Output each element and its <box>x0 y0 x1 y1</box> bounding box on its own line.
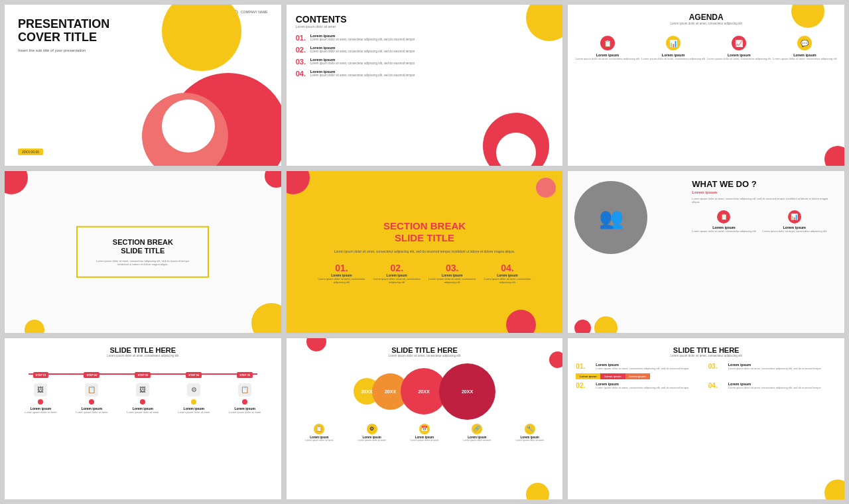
step-badge-1: STEP 01 <box>33 372 49 378</box>
item-num-4: 04. <box>296 70 310 78</box>
slide8-icon-desc-4: Lorem ipsum dolor sit amet <box>463 439 491 442</box>
slide9-content: 01. Lorem ipsum Lorem ipsum dolor sit am… <box>568 360 844 395</box>
item-num-1: 01. <box>296 34 310 42</box>
slide6-content: WHAT WE DO ? Lorem ipsum Lorem ipsum dol… <box>684 171 844 332</box>
item-desc-4: Lorem ipsum dolor sit amet, consectetur … <box>310 74 415 77</box>
step-desc-1: Lorem ipsum dolor sit amet <box>15 410 66 414</box>
contents-item-3: 03. Lorem ipsum Lorem ipsum dolor sit am… <box>296 58 554 66</box>
contents-item-2: 02. Lorem ipsum Lorem ipsum dolor sit am… <box>296 46 554 54</box>
slide7-header: SLIDE TITLE HERE Lorem ipsum dolor sit a… <box>5 338 281 360</box>
slide8-icon-3: 📅 Lorem ipsum Lorem ipsum dolor sit amet <box>411 424 438 442</box>
slide9-row-1: 01. Lorem ipsum Lorem ipsum dolor sit am… <box>576 363 836 370</box>
contents-title: CONTENTS <box>296 14 554 25</box>
agenda-icon-1: 📋 <box>600 36 615 50</box>
step-badge-5: STEP 05 <box>237 372 253 378</box>
timeline-row: STEP 01 🖼 Lorem ipsum Lorem ipsum dolor … <box>15 367 271 414</box>
section5-item-4: 04. Lorem ipsum Lorem ipsum dolor sit am… <box>480 263 535 284</box>
slide9-num-4: 04. <box>708 382 724 389</box>
slide9-rowdesc-1: Lorem ipsum dolor sit amet, consectetur … <box>596 367 704 370</box>
step-3: STEP 03 🖼 Lorem ipsum Lorem ipsum dolor … <box>117 367 168 414</box>
photo-placeholder: 👥 <box>574 181 647 254</box>
deco8-yellow-br <box>526 483 549 500</box>
slide-cover: COMPANY NAME PRESENTATION COVER TITLE In… <box>4 4 282 166</box>
slide-section-yellow: SECTION BREAK SLIDE TITLE Lorem ipsum do… <box>286 170 564 333</box>
slide9-rowdesc-4: Lorem ipsum dolor sit amet, consectetur … <box>728 386 836 389</box>
slide-what-we-do: 👥 WHAT WE DO ? Lorem ipsum Lorem ipsum d… <box>567 170 845 333</box>
slide9-num-2: 02. <box>576 382 592 389</box>
deco-yellow-bl <box>25 320 44 334</box>
section-break-title: SECTION BREAK SLIDE TITLE <box>94 238 192 255</box>
agenda-item-2: 📊 Lorem ipsum Lorem ipsum dolor sit amet… <box>641 36 706 60</box>
slide8-icon-circle-3: 📅 <box>419 424 430 434</box>
agenda-icon-2: 📊 <box>666 36 681 50</box>
agenda-item-desc-2: Lorem ipsum dolor sit amet, consectetur … <box>641 57 706 60</box>
item-num-2: 02. <box>296 46 310 54</box>
timeline-area: STEP 01 🖼 Lorem ipsum Lorem ipsum dolor … <box>5 367 281 414</box>
item-desc-1: Lorem ipsum dolor sit amet, consectetur … <box>310 38 415 41</box>
circles-area: 20XX 20XX 20XX 20XX <box>287 363 563 420</box>
item-desc-3: Lorem ipsum dolor sit amet, consectetur … <box>310 62 415 65</box>
what-icon-desc-1: Lorem ipsum dolor sit amet, consectetur … <box>692 229 755 233</box>
step-5: STEP 05 📋 Lorem ipsum Lorem ipsum dolor … <box>220 367 271 414</box>
step-desc-5: Lorem ipsum dolor sit amet <box>220 410 271 414</box>
slide9-arrow-2: Lorem ipsum <box>600 373 625 379</box>
slide8-title: SLIDE TITLE HERE <box>287 346 563 354</box>
step-dot-4 <box>191 399 196 405</box>
agenda-item-desc-3: Lorem ipsum dolor sit amet, consectetur … <box>706 57 772 60</box>
slide7-subtitle: Lorem ipsum dolor sit amet, consectetur … <box>5 354 281 357</box>
step-dot-3 <box>140 399 145 405</box>
slide-circles: SLIDE TITLE HERE Lorem ipsum dolor sit a… <box>286 338 564 500</box>
slide8-icon-circle-2: ⚙ <box>367 424 377 434</box>
slide8-icon-circle-4: 🔗 <box>472 424 482 434</box>
step-badge-2: STEP 02 <box>84 372 99 378</box>
section-break-box: SECTION BREAK SLIDE TITLE Lorem ipsum do… <box>76 226 209 278</box>
slide8-icon-1: 📋 Lorem ipsum Lorem ipsum dolor sit amet <box>305 424 333 442</box>
slide8-header: SLIDE TITLE HERE Lorem ipsum dolor sit a… <box>287 338 563 360</box>
slide9-rowcontent-2: Lorem ipsum Lorem ipsum dolor sit amet, … <box>596 382 704 389</box>
deco5-red-br <box>506 310 536 334</box>
item-num-3: 03. <box>296 58 310 66</box>
deco-agenda-red <box>824 146 845 166</box>
item-text-2: Lorem ipsum Lorem ipsum dolor sit amet, … <box>310 46 415 53</box>
section5-desc-3: Lorem ipsum dolor sit amet, consectetur … <box>424 277 480 284</box>
slide8-icon-desc-2: Lorem ipsum dolor sit amet <box>358 439 386 442</box>
section5-item-3: 03. Lorem ipsum Lorem ipsum dolor sit am… <box>424 263 480 284</box>
step-icon-2: 📋 <box>85 383 98 397</box>
slide9-arrow-3: Lorem ipsum <box>625 373 650 379</box>
section5-num-4: 04. <box>480 263 535 273</box>
step-dot-1 <box>38 399 43 405</box>
slide8-icon-circle-1: 📋 <box>314 424 324 434</box>
section5-num-2: 02. <box>369 263 424 273</box>
step-1: STEP 01 🖼 Lorem ipsum Lorem ipsum dolor … <box>15 367 66 414</box>
slide9-rowcontent-4: Lorem ipsum Lorem ipsum dolor sit amet, … <box>728 382 836 389</box>
what-icon-circle-2: 📊 <box>788 210 801 223</box>
step-2: STEP 02 📋 Lorem ipsum Lorem ipsum dolor … <box>66 367 117 414</box>
slide8-icon-circle-5: 🔧 <box>525 424 535 434</box>
slide9-rowdesc-3: Lorem ipsum dolor sit amet, consectetur … <box>728 367 836 370</box>
deco5-pink-tr <box>536 178 556 198</box>
agenda-item-desc-1: Lorem ipsum dolor sit amet, consectetur … <box>574 57 640 60</box>
agenda-item-desc-4: Lorem ipsum dolor sit amet, consectetur … <box>772 57 838 60</box>
step-4: STEP 04 ⚙ Lorem ipsum Lorem ipsum dolor … <box>168 367 220 414</box>
step-badge-4: STEP 04 <box>186 372 202 378</box>
slide9-rowdesc-2: Lorem ipsum dolor sit amet, consectetur … <box>596 386 704 389</box>
slide8-icon-desc-5: Lorem ipsum dolor sit amet <box>516 439 544 442</box>
step-desc-2: Lorem ipsum dolor sit amet <box>66 410 117 414</box>
agenda-icon-4: 💬 <box>797 36 812 50</box>
item-text-4: Lorem ipsum Lorem ipsum dolor sit amet, … <box>310 70 415 77</box>
section5-desc: Lorem ipsum dolor sit amet, consectetur … <box>314 249 535 253</box>
section5-num-3: 03. <box>424 263 480 273</box>
agenda-icons-row: 📋 Lorem ipsum Lorem ipsum dolor sit amet… <box>568 29 844 60</box>
section5-desc-4: Lorem ipsum dolor sit amet, consectetur … <box>480 277 535 284</box>
slide8-icon-2: ⚙ Lorem ipsum Lorem ipsum dolor sit amet <box>358 424 386 442</box>
slide-timeline: SLIDE TITLE HERE Lorem ipsum dolor sit a… <box>4 338 282 500</box>
step-icon-5: 📋 <box>238 383 251 397</box>
slide9-num-3: 03. <box>708 363 724 370</box>
contents-item-4: 04. Lorem ipsum Lorem ipsum dolor sit am… <box>296 70 554 78</box>
deco6-red-bl <box>574 320 591 334</box>
cover-main-title: PRESENTATION COVER TITLE <box>18 18 109 44</box>
slide-grid: COMPANY NAME PRESENTATION COVER TITLE In… <box>0 0 849 504</box>
contents-subtitle: Lorem ipsum dolor sit amet <box>296 25 554 29</box>
slide8-icon-desc-3: Lorem ipsum dolor sit amet <box>411 439 438 442</box>
section5-title: SECTION BREAK SLIDE TITLE <box>314 220 535 244</box>
